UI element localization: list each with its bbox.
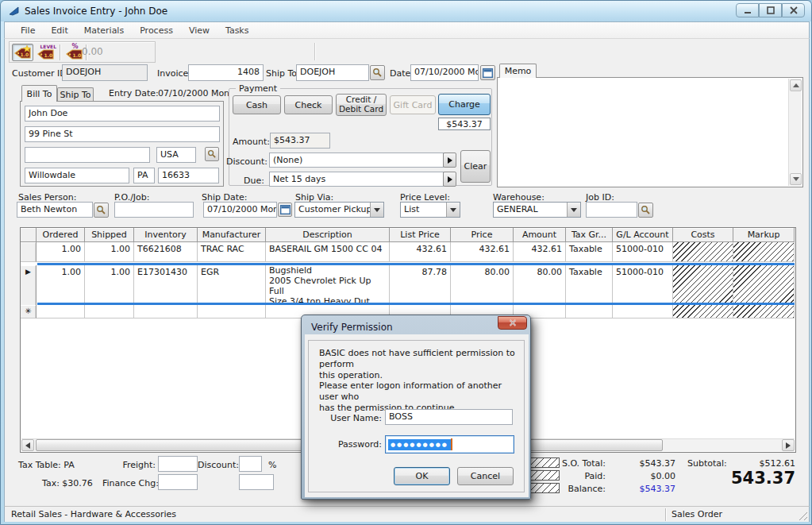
price-level-button[interactable]: LEVEL 1.0	[35, 44, 56, 61]
discount-field[interactable]: (None)	[269, 152, 444, 168]
col-tax-group[interactable]: Tax Gr...	[566, 228, 613, 242]
due-field[interactable]: Net 15 days	[269, 172, 444, 187]
city-field[interactable]: Willowdale	[25, 168, 129, 183]
discount-drop-button[interactable]	[443, 152, 456, 168]
new-price-tag-button[interactable]: 1.0	[12, 44, 33, 61]
zip-field[interactable]: 16633	[158, 168, 219, 183]
maximize-button[interactable]	[759, 3, 782, 17]
cell-list-price[interactable]: 432.61	[390, 242, 451, 262]
title-bar[interactable]: Sales Invoice Entry - John Doe	[1, 1, 811, 21]
memo-vertical-scrollbar[interactable]	[788, 79, 802, 186]
job-id-field[interactable]	[586, 202, 637, 218]
cell-manufacturer[interactable]: EGR	[198, 265, 266, 305]
charge-button[interactable]: Charge	[438, 94, 491, 115]
gift-card-button[interactable]: Gift Card	[390, 95, 436, 114]
due-drop-button[interactable]	[443, 172, 456, 187]
country-lookup-button[interactable]	[205, 147, 219, 161]
job-id-lookup-button[interactable]	[638, 203, 653, 218]
close-button[interactable]	[782, 3, 805, 17]
cell-description[interactable]: Bugshield 2005 Chevrolet Pick Up Full Si…	[266, 265, 390, 305]
cell-list-price[interactable]: 87.78	[390, 265, 451, 305]
user-name-field[interactable]: BOSS	[385, 409, 513, 425]
tab-ship-to[interactable]: Ship To	[57, 87, 94, 102]
cell-shipped[interactable]	[85, 305, 134, 318]
discount-amount-field[interactable]	[239, 474, 274, 490]
combo-drop-button[interactable]	[370, 203, 383, 217]
cell-inventory[interactable]: T6621608	[134, 242, 198, 262]
col-markup[interactable]: Markup	[733, 228, 795, 242]
minimize-button[interactable]	[736, 3, 759, 17]
bill-to-address2-field[interactable]	[25, 147, 150, 163]
combo-drop-button[interactable]	[446, 203, 460, 217]
po-job-field[interactable]	[114, 202, 194, 218]
cell-ordered[interactable]: 1.00	[37, 242, 85, 262]
table-row-selected[interactable]: ▶ 1.00 1.00 E17301430 EGR Bugshield 2005…	[21, 265, 795, 305]
resize-grip[interactable]	[797, 510, 807, 520]
warehouse-combo[interactable]: GENERAL	[493, 202, 581, 218]
tab-bill-to[interactable]: Bill To	[21, 85, 57, 102]
cell-gl-account[interactable]	[613, 305, 673, 318]
col-manufacturer[interactable]: Manufacturer	[198, 228, 266, 242]
table-row[interactable]: 1.00 1.00 T6621608 TRAC RAC BASERAIL GM …	[21, 242, 795, 262]
freight-field[interactable]	[158, 456, 198, 472]
col-amount[interactable]: Amount	[514, 228, 566, 242]
invoice-field[interactable]: 1408	[188, 64, 264, 81]
col-list-price[interactable]: List Price	[390, 228, 451, 242]
cell-amount[interactable]: 80.00	[514, 265, 566, 305]
cell-manufacturer[interactable]	[198, 305, 266, 318]
cell-ordered[interactable]	[37, 305, 85, 318]
scroll-left-button[interactable]	[21, 439, 34, 451]
ship-date-calendar-button[interactable]	[278, 203, 292, 217]
date-calendar-button[interactable]	[480, 65, 495, 80]
scroll-right-button[interactable]	[782, 439, 795, 451]
cell-gl-account[interactable]: 51000-010	[613, 242, 673, 262]
cell-gl-account[interactable]: 51000-010	[613, 265, 673, 305]
col-costs[interactable]: Costs	[673, 228, 733, 242]
cancel-button[interactable]: Cancel	[457, 467, 514, 485]
sales-person-lookup-button[interactable]	[94, 203, 109, 218]
cell-tax-group[interactable]: Taxable	[566, 242, 613, 262]
menu-materials[interactable]: Materials	[76, 23, 132, 38]
cash-button[interactable]: Cash	[233, 95, 281, 114]
col-gl-account[interactable]: G/L Account	[613, 228, 673, 242]
cell-manufacturer[interactable]: TRAC RAC	[198, 242, 266, 262]
menu-tasks[interactable]: Tasks	[217, 23, 256, 38]
col-ordered[interactable]: Ordered	[37, 228, 85, 242]
ship-to-field[interactable]: DOEJOH	[296, 64, 369, 81]
check-button[interactable]: Check	[284, 95, 333, 114]
bill-to-address1-field[interactable]: 99 Pine St	[25, 126, 220, 142]
ship-via-combo[interactable]: Customer Pickup	[294, 202, 384, 218]
combo-drop-button[interactable]	[567, 203, 580, 217]
sales-person-field[interactable]: Beth Newton	[17, 202, 93, 218]
ship-to-lookup-button[interactable]	[370, 65, 385, 80]
menu-process[interactable]: Process	[132, 23, 181, 38]
ship-date-field[interactable]: 07/10/2000 Mon	[203, 202, 277, 218]
col-inventory[interactable]: Inventory	[134, 228, 198, 242]
clear-button[interactable]: Clear	[460, 150, 491, 183]
tab-memo[interactable]: Memo	[499, 64, 537, 78]
col-price[interactable]: Price	[451, 228, 514, 242]
cell-inventory[interactable]: E17301430	[134, 265, 198, 305]
menu-edit[interactable]: Edit	[43, 23, 75, 38]
password-field[interactable]: ●●●●●●●●●	[385, 435, 514, 454]
scroll-down-button[interactable]	[790, 173, 802, 185]
menu-view[interactable]: View	[181, 23, 217, 38]
cell-price[interactable]: 80.00	[451, 265, 514, 305]
col-shipped[interactable]: Shipped	[85, 228, 134, 242]
bill-to-name-field[interactable]: John Doe	[25, 106, 220, 122]
memo-panel[interactable]	[497, 77, 803, 187]
state-field[interactable]: PA	[133, 168, 155, 183]
country-field[interactable]: USA	[156, 147, 196, 163]
memo-text[interactable]	[501, 80, 785, 184]
ok-button[interactable]: OK	[394, 467, 450, 485]
customer-id-field[interactable]: DOEJOH	[62, 64, 148, 81]
cell-ordered[interactable]: 1.00	[37, 265, 85, 305]
col-description[interactable]: Description	[266, 228, 390, 242]
credit-debit-card-button[interactable]: Credit / Debit Card	[336, 94, 387, 116]
cell-inventory[interactable]	[134, 305, 198, 318]
discount-percent-field[interactable]	[239, 456, 262, 472]
cell-description[interactable]: BASERAIL GM 1500 CC 04	[266, 242, 390, 262]
date-field[interactable]: 07/10/2000 Mon	[410, 64, 479, 81]
menu-file[interactable]: File	[13, 23, 43, 38]
scroll-up-button[interactable]	[790, 79, 802, 91]
